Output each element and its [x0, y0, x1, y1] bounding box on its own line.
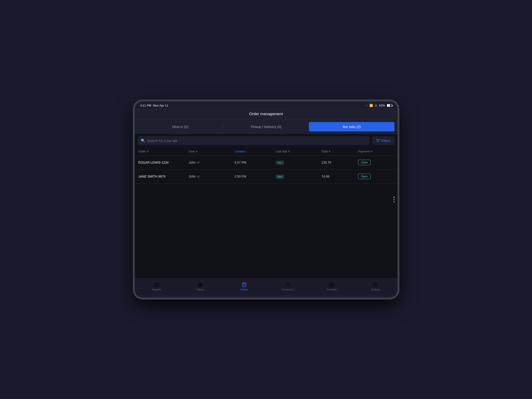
tab-dine-in[interactable]: Dine-in (2) — [138, 122, 223, 131]
sort-arrow-order: ⇅ — [147, 150, 149, 153]
filters-label: Filters — [381, 139, 391, 143]
time: 4:11 PM — [140, 104, 151, 107]
svg-rect-7 — [198, 285, 200, 287]
filter-icon — [376, 139, 380, 143]
cell-created-2: 2:50 PM — [234, 175, 276, 178]
dot-red — [393, 201, 395, 203]
cell-total-1: 135.79 — [322, 161, 358, 164]
table-container: Order ⇅ User ⇅ Created ↓ Last edit ⇅ Tot… — [135, 147, 398, 278]
table-header: Order ⇅ User ⇅ Created ↓ Last edit ⇅ Tot… — [135, 147, 398, 156]
col-total[interactable]: Total ⇅ — [322, 150, 358, 153]
payment-badge-1: Open — [358, 160, 371, 165]
nav-item-receipts[interactable]: Receipts — [310, 281, 354, 292]
table-row[interactable]: EDGAR LEWIS 1234 John ⇄ 4:07 PM 0m 135.7… — [135, 156, 398, 170]
settings-icon — [373, 282, 378, 287]
clock-icon: ⊙ — [375, 104, 377, 107]
location-icon: ↑ — [366, 104, 367, 107]
nav-label-register: Register — [152, 288, 161, 291]
col-user[interactable]: User ⇅ — [189, 150, 234, 153]
search-icon: 🔍 — [141, 138, 145, 143]
payment-badge-2: Open — [358, 174, 371, 179]
left-buttons — [133, 143, 134, 168]
tables-icon — [198, 282, 203, 287]
nav-label-receipts: Receipts — [327, 288, 337, 291]
col-last-edit[interactable]: Last edit ⇅ — [276, 150, 322, 153]
cell-payment-2: Open — [358, 174, 398, 179]
wifi-icon: 📶 — [369, 104, 373, 107]
cell-last-edit-1: 0m — [276, 160, 322, 165]
app-container: Order management Dine-in (2) Pickup / De… — [135, 109, 398, 295]
nav-item-settings[interactable]: Settings — [354, 281, 397, 292]
customers-icon — [285, 282, 290, 287]
nav-item-customers[interactable]: Customers — [266, 281, 310, 292]
search-input[interactable] — [147, 139, 367, 143]
status-bar: 4:11 PM Mon Apr 11 ↑ 📶 ⊙ 62% — [135, 101, 398, 109]
last-edit-badge-2: 44m — [276, 175, 284, 179]
device-frame: 4:11 PM Mon Apr 11 ↑ 📶 ⊙ 62% Order manag… — [133, 100, 399, 299]
nav-item-tables[interactable]: Tables — [178, 281, 222, 292]
sort-arrow-payment: ⇅ — [371, 150, 373, 153]
sort-arrow-last-edit: ⇅ — [288, 150, 290, 153]
app-header: Order management — [135, 109, 398, 120]
sort-arrow-created: ↓ — [246, 150, 247, 153]
page-title: Order management — [249, 112, 283, 116]
last-edit-badge-1: 0m — [276, 161, 284, 165]
tab-bar-tabs[interactable]: Bar tabs (2) — [309, 122, 394, 131]
cell-last-edit-2: 44m — [276, 174, 322, 179]
receipts-icon — [329, 282, 334, 287]
status-left: 4:11 PM Mon Apr 11 — [140, 104, 168, 107]
svg-rect-8 — [200, 285, 202, 287]
nav-label-orders: Orders — [240, 288, 248, 291]
battery-percent: 62% — [379, 104, 385, 107]
nav-label-settings: Settings — [371, 288, 380, 291]
cell-total-2: 74.68 — [322, 175, 358, 178]
dot-green — [393, 196, 395, 198]
transfer-icon-1: ⇄ — [197, 161, 200, 164]
svg-point-12 — [375, 284, 376, 285]
svg-rect-11 — [330, 285, 333, 287]
cell-user-1: John ⇄ — [189, 161, 234, 164]
sort-arrow-total: ⇅ — [329, 150, 330, 153]
svg-rect-5 — [198, 283, 200, 284]
transfer-icon-2: ⇄ — [197, 175, 200, 178]
cell-created-1: 4:07 PM — [234, 161, 276, 164]
svg-rect-6 — [200, 283, 202, 284]
nav-item-orders[interactable]: Orders — [222, 281, 266, 292]
col-payment[interactable]: Payment ⇅ — [358, 150, 398, 153]
date: Mon Apr 11 — [153, 104, 168, 107]
nav-label-customers: Customers — [282, 288, 294, 291]
search-wrapper: 🔍 — [138, 136, 370, 145]
tabs-container: Dine-in (2) Pickup / Delivery (0) Bar ta… — [135, 120, 398, 134]
battery-icon — [387, 104, 392, 107]
svg-marker-0 — [376, 139, 379, 142]
table-row[interactable]: JANE SMITH 9876 John ⇄ 2:50 PM 44m 74.68… — [135, 170, 398, 184]
tab-pickup[interactable]: Pickup / Delivery (0) — [223, 122, 309, 131]
search-container: 🔍 Filters — [135, 134, 398, 147]
cell-order-2: JANE SMITH 9876 — [139, 175, 189, 178]
col-order[interactable]: Order ⇅ — [139, 150, 189, 153]
dot-blue — [393, 199, 395, 200]
nav-item-register[interactable]: Register — [135, 281, 178, 292]
orders-icon — [242, 282, 247, 287]
cell-user-2: John ⇄ — [189, 175, 234, 178]
svg-point-10 — [286, 283, 288, 284]
register-icon — [154, 282, 159, 287]
filters-button[interactable]: Filters — [372, 136, 395, 145]
side-dots — [393, 196, 395, 203]
svg-rect-1 — [154, 283, 158, 286]
cell-order-1: EDGAR LEWIS 1234 — [139, 161, 189, 164]
status-right: ↑ 📶 ⊙ 62% — [366, 104, 392, 107]
col-created[interactable]: Created ↓ — [234, 150, 276, 153]
cell-payment-1: Open — [358, 160, 398, 165]
sort-arrow-user: ⇅ — [196, 150, 198, 153]
bottom-nav: Register Tables Orders — [135, 278, 398, 295]
nav-label-tables: Tables — [197, 288, 204, 291]
